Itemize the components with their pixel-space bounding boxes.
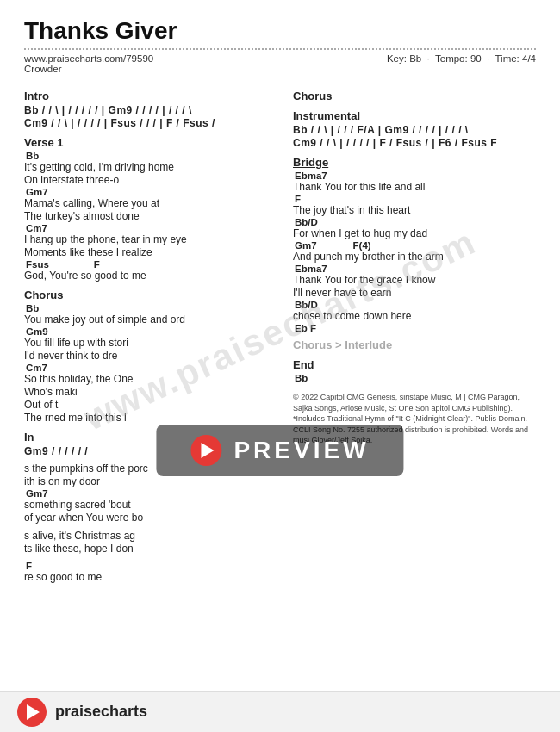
chorus-line5: Who's maki <box>24 386 267 398</box>
chorus-interlude-label: Chorus > Interlude <box>293 338 536 351</box>
meta-right: Key: Bb · Tempo: 90 · Time: 4/4 <box>387 53 536 74</box>
footer-bar: praisecharts <box>0 691 560 732</box>
chorus-chord3: Cm7 <box>24 363 267 373</box>
song-tempo: Tempo: 90 <box>435 53 482 64</box>
verse1-chord3: Cm7 <box>24 223 267 233</box>
verse1-chord4: Fsus <box>24 259 49 270</box>
bridge-line6: I'll never have to earn <box>293 287 536 299</box>
title-divider <box>24 48 536 50</box>
verse1-chord1: Bb <box>24 151 267 161</box>
bridge-line1: Thank You for this life and all <box>293 181 536 193</box>
intro-label: Intro <box>24 90 267 102</box>
chorus-left-label: Chorus <box>24 288 267 301</box>
chorus-line6: Out of t <box>24 399 267 411</box>
meta-row: www.praisecharts.com/79590 Crowder Key: … <box>24 53 536 74</box>
verse1-chord2: Gm7 <box>24 187 267 197</box>
bridge-chord4: Gm7 <box>293 240 317 251</box>
end-chord: Bb <box>293 373 536 383</box>
meta-left: www.praisecharts.com/79590 Crowder <box>24 53 153 74</box>
chorus-line2: You fill life up with stori <box>24 337 267 349</box>
bridge-chord4b: F(4) <box>352 240 371 251</box>
main-content: Intro Bb / / \ | / / / / / | Gm9 / / / /… <box>24 83 536 588</box>
intro-section: Intro Bb / / \ | / / / / / | Gm9 / / / /… <box>24 90 267 129</box>
footer-play-triangle <box>27 704 40 720</box>
bridge-line2: The joy that's in this heart <box>293 204 536 216</box>
bridge-label: Bridge <box>293 156 536 169</box>
bridge-chord6b: Eb F <box>293 323 536 333</box>
chorus-right-section: Chorus <box>293 90 536 102</box>
preview-label: PREVIEW <box>233 437 369 464</box>
bridge-line5: Thank You for the grace I know <box>293 274 536 286</box>
play-triangle <box>201 443 214 458</box>
footer-logo-text: praisecharts <box>55 703 147 721</box>
instrumental-section: Instrumental Bb / / \ | / / / F/A | Gm9 … <box>293 109 536 149</box>
bridge-chord1: Ebma7 <box>293 171 536 181</box>
bridge-line7: chose to come down here <box>293 310 536 322</box>
bridge-line4: And punch my brother in the arm <box>293 251 536 263</box>
song-url: www.praisecharts.com/79590 <box>24 53 153 64</box>
verse1-line7: God, You're so good to me <box>24 270 267 282</box>
end-label: End <box>293 358 536 371</box>
song-artist: Crowder <box>24 64 153 74</box>
chorus-line4: So this holiday, the One <box>24 373 267 385</box>
song-key: Key: Bb <box>387 53 421 64</box>
verse1-line5: I hang up the phone, tear in my eye <box>24 233 267 245</box>
bridge-chord3: Bb/D <box>293 217 536 227</box>
song-time: Time: 4/4 <box>495 53 536 64</box>
verse1-section: Verse 1 Bb It's getting cold, I'm drivin… <box>24 136 267 282</box>
instrumental-chord1: Bb / / \ | / / / F/A | Gm9 / / / / | / /… <box>293 124 536 136</box>
verse1-line4: The turkey's almost done <box>24 210 267 222</box>
bridge-chord2: F <box>293 194 536 204</box>
left-column: Intro Bb / / \ | / / / / / | Gm9 / / / /… <box>24 83 267 588</box>
verse1-chord4b: F <box>92 259 100 270</box>
preview-badge: PREVIEW <box>156 425 403 476</box>
verse2-partial: s the pumpkins off the porc ith is on my… <box>24 462 267 583</box>
play-icon <box>190 435 221 466</box>
right-column: Chorus Instrumental Bb / / \ | / / / F/A… <box>293 83 536 588</box>
chorus-left-section: Chorus Bb You make joy out of simple and… <box>24 288 267 424</box>
chorus-line1: You make joy out of simple and ord <box>24 313 267 326</box>
verse1-line6: Moments like these I realize <box>24 246 267 258</box>
fade-overlay <box>0 587 560 691</box>
verse1-label: Verse 1 <box>24 136 267 149</box>
bridge-line3: For when I get to hug my dad <box>293 227 536 239</box>
chorus-interlude-section: Chorus > Interlude <box>293 338 536 351</box>
instrumental-chord2: Cm9 / / \ | / / / / | F / Fsus / | F6 / … <box>293 137 536 149</box>
chorus-right-label: Chorus <box>293 90 536 102</box>
bridge-section: Bridge Ebma7 Thank You for this life and… <box>293 156 536 333</box>
verse1-line3: Mama's calling, Where you at <box>24 197 267 209</box>
chorus-chord1: Bb <box>24 303 267 313</box>
verse1-line1: It's getting cold, I'm driving home <box>24 161 267 173</box>
chorus-line3: I'd never think to dre <box>24 350 267 362</box>
bridge-chord6: Bb/D <box>293 300 536 310</box>
verse1-line2: On interstate three-o <box>24 174 267 186</box>
chorus-line7: The rned me into this l <box>24 412 267 424</box>
bridge-chord5: Ebma7 <box>293 264 536 274</box>
footer-logo-icon <box>17 698 47 727</box>
song-title: Thanks Giver <box>24 17 536 45</box>
chorus-chord2: Gm9 <box>24 326 267 337</box>
end-section: End Bb <box>293 358 536 383</box>
instrumental-label: Instrumental <box>293 109 536 122</box>
intro-chord-line1: Bb / / \ | / / / / / | Gm9 / / / / | / /… <box>24 104 267 116</box>
intro-chord-line2: Cm9 / / \ | / / / / | Fsus / / / | F / F… <box>24 117 267 129</box>
